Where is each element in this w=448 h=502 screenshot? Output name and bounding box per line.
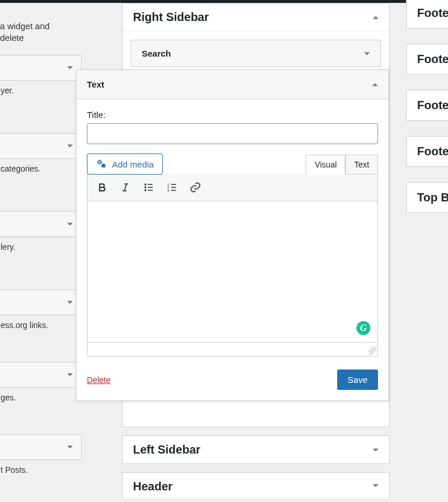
delete-link[interactable]: Delete [87,375,110,385]
link-icon [190,182,201,193]
add-media-label: Add media [112,159,154,169]
chevron-up-icon [373,16,379,19]
widget-editor-head[interactable]: Text [76,70,388,99]
available-widget-hint: categories. [1,164,40,173]
chevron-up-icon [372,83,378,86]
available-widget[interactable]: t Posts. [0,434,82,460]
widget-area-top-bar[interactable]: Top B [406,182,448,213]
widget-search[interactable]: Search [131,40,381,67]
available-widget-hint: lery. [1,242,15,252]
chevron-down-icon [67,446,73,449]
resize-handle[interactable] [369,347,377,355]
chevron-down-icon [67,301,73,304]
number-list-icon: 1 2 3 [166,182,178,193]
chevron-down-icon [67,67,73,69]
widget-area-left-sidebar: Left Sidebar [122,435,390,464]
svg-text:3: 3 [167,189,169,192]
widget-area-title: Right Sidebar [133,11,209,23]
svg-point-1 [145,183,146,185]
widget-area-title: Left Sidebar [133,443,201,456]
svg-point-2 [145,186,146,188]
widget-area-head[interactable]: Left Sidebar [123,436,389,463]
chevron-down-icon [67,223,73,226]
available-widget[interactable]: categories. [0,133,82,159]
italic-button[interactable] [116,177,135,197]
chevron-down-icon [373,448,379,451]
available-widget[interactable]: yer. [0,55,82,81]
svg-point-0 [98,161,101,163]
chevron-down-icon [67,145,73,148]
title-input[interactable] [87,123,378,144]
widget-area-header: Header [122,472,390,498]
available-widget[interactable]: ges. [0,362,82,388]
available-widget-hint: yer. [1,86,14,95]
text-widget-editor: Text Title: Add media Visual Text [76,69,389,401]
bullet-list-button[interactable] [139,177,159,197]
available-widget[interactable]: ess.org links. [0,290,82,315]
grammarly-icon[interactable]: G [356,321,370,335]
tab-visual[interactable]: Visual [306,155,345,175]
svg-point-3 [145,189,146,191]
available-widgets-desc: a widget and delete [0,3,82,55]
widget-area-footer-1[interactable]: Foote [406,0,448,29]
bold-icon [96,182,108,193]
available-widget-hint: ges. [1,393,16,402]
widget-label: Search [142,48,171,58]
widget-area-footer-3[interactable]: Foote [406,90,448,121]
available-widget-hint: t Posts. [1,465,28,475]
chevron-down-icon [373,484,379,487]
title-label: Title: [87,110,378,120]
widget-area-footer-4[interactable]: Foote [406,136,448,167]
chevron-down-icon [364,52,370,55]
widget-area-head[interactable]: Header [123,473,389,498]
widget-area-footer-2[interactable]: Foote [406,44,448,75]
bullet-list-icon [143,182,155,193]
available-widget-hint: ess.org links. [1,320,48,330]
editor-toolbar: 1 2 3 [87,174,378,201]
available-widget[interactable]: lery. [0,211,82,237]
add-media-button[interactable]: Add media [87,154,163,175]
italic-icon [120,182,131,193]
tab-text[interactable]: Text [345,155,378,175]
media-icon [96,158,107,170]
editor-statusbar [87,343,378,357]
widget-area-title: Header [133,480,173,493]
chevron-down-icon [67,374,73,376]
bold-button[interactable] [92,177,112,197]
link-button[interactable] [186,177,205,197]
save-button[interactable]: Save [337,369,378,390]
number-list-button[interactable]: 1 2 3 [162,177,182,197]
editor-content[interactable]: G [87,201,378,343]
widget-area-head[interactable]: Right Sidebar [123,4,389,31]
widget-editor-title: Text [87,79,104,89]
